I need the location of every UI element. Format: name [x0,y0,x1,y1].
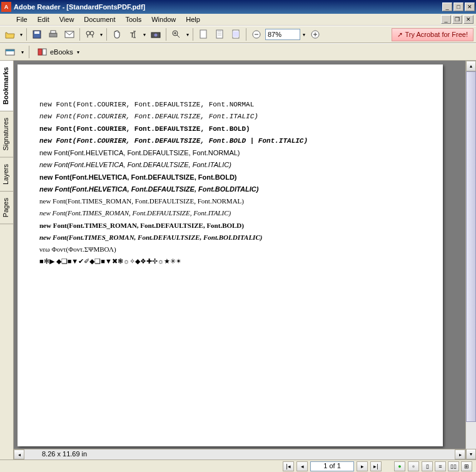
howto-dropdown[interactable]: ▾ [20,49,25,55]
ebooks-label: eBooks [50,48,73,56]
document-line: ■✻▶ ◆❏■▼✔✐◆❏■▼✖❃☼✧◆❖✚✢☼★✳✴ [39,255,421,267]
document-line: new Font(Font.TIMES_ROMAN, Font.DEFAULTS… [39,220,421,232]
main-toolbar: ▾ ▾ T ▾ ▾ 87% ▾ ➚ Try Acrobat for Free! [0,26,476,43]
document-line: new Font(Font.COURIER, Font.DEFAULTSIZE,… [39,111,421,123]
maximize-button[interactable]: □ [453,3,463,11]
mdi-close-button[interactable]: ✕ [463,15,473,24]
vertical-scrollbar[interactable]: ▴ ▾ [465,61,476,459]
next-page-button[interactable]: ▸ [357,461,368,471]
acrobat-icon: ➚ [397,31,403,39]
titlebar[interactable]: A Adobe Reader - [StandardFontsPDF.pdf] … [0,0,476,14]
scroll-left-button[interactable]: ◂ [14,449,24,459]
document-line: new Font(Font.TIMES_ROMAN, Font.DEFAULTS… [39,207,421,219]
document-line: νεω Φοντ(Φοντ.ΣΨΜΒΟΛ) [39,244,421,255]
menu-view[interactable]: View [54,14,79,24]
app-icon: A [1,2,11,12]
svg-rect-3 [51,31,56,33]
tab-signatures[interactable]: Signatures [0,111,13,158]
svg-point-5 [86,31,90,35]
zoom-input-dropdown[interactable]: ▾ [301,32,306,38]
first-page-button[interactable]: |◂ [283,461,294,471]
document-line: new Font(Font.COURIER, Font.DEFAULTSIZE,… [39,99,421,111]
tab-layers[interactable]: Layers [0,158,13,192]
zoom-in-button[interactable] [169,28,184,41]
print-button[interactable] [46,28,61,41]
search-dropdown[interactable]: ▾ [99,32,104,38]
zoom-out-icon[interactable] [249,28,264,41]
zoom-in-icon[interactable] [308,28,323,41]
facing-view-button[interactable]: ▯▯ [448,461,459,471]
last-page-button[interactable]: ▸| [370,461,382,471]
mdi-minimize-button[interactable]: _ [441,15,451,24]
scroll-up-button[interactable]: ▴ [466,61,476,71]
select-dropdown[interactable]: ▾ [142,32,147,38]
scroll-right-button[interactable]: ▸ [455,449,465,459]
menu-window[interactable]: Window [146,14,181,24]
close-button[interactable]: ✕ [465,3,475,11]
single-page-view-button[interactable]: ▯ [422,461,433,471]
zoom-input[interactable]: 87% [265,29,300,40]
continuous-facing-view-button[interactable]: ⊞ [461,461,472,471]
save-button[interactable] [29,28,44,41]
prev-page-button[interactable]: ◂ [296,461,308,471]
document-line: new Font(Font.COURIER, Font.DEFAULTSIZE,… [39,135,421,147]
actual-size-button[interactable] [196,28,211,41]
menu-file[interactable]: File [11,14,33,24]
fit-width-button[interactable] [228,28,243,41]
ebooks-button[interactable]: eBooks ▾ [33,46,85,58]
ebooks-dropdown[interactable]: ▾ [76,49,81,55]
text-select-button[interactable]: T [126,28,141,41]
ebooks-icon [38,48,48,56]
open-button[interactable] [3,28,18,41]
hand-tool-button[interactable] [109,28,124,41]
window-title: Adobe Reader - [StandardFontsPDF.pdf] [14,3,442,11]
document-line: new Font(Font.HELVETICA, Font.DEFAULTSIZ… [39,183,421,195]
email-button[interactable] [62,28,77,41]
acrobat-label: Try Acrobat for Free! [405,31,468,38]
menu-document[interactable]: Document [79,14,120,24]
menu-help[interactable]: Help [181,14,205,24]
continuous-view-button[interactable]: ≡ [435,461,446,471]
svg-rect-19 [38,49,42,55]
document-page[interactable]: new Font(Font.COURIER, Font.DEFAULTSIZE,… [18,64,443,446]
menu-edit[interactable]: Edit [33,14,54,24]
back-button[interactable]: ● [394,461,405,471]
svg-rect-11 [200,30,206,38]
document-line: new Font(Font.HELVETICA, Font.DEFAULTSIZ… [39,159,421,171]
minimize-button[interactable]: _ [442,3,452,11]
forward-button[interactable]: ● [408,461,419,471]
fit-page-button[interactable] [212,28,227,41]
svg-rect-1 [34,31,39,34]
document-area: new Font(Font.COURIER, Font.DEFAULTSIZE,… [14,61,476,459]
svg-rect-18 [6,49,14,51]
page-dimensions: 8.26 x 11.69 in [39,449,89,458]
open-dropdown[interactable]: ▾ [19,32,24,38]
menu-tools[interactable]: Tools [121,14,147,24]
page-number-input[interactable]: 1 of 1 [310,461,354,471]
svg-rect-14 [233,31,239,37]
mdi-restore-button[interactable]: ❐ [452,15,462,24]
horizontal-scrollbar[interactable]: 8.26 x 11.69 in [24,449,455,459]
document-line: new Font(Font.HELVETICA, Font.DEFAULTSIZ… [39,147,421,159]
svg-rect-2 [49,33,57,37]
svg-point-6 [90,31,94,35]
tab-bookmarks[interactable]: Bookmarks [0,61,13,111]
howto-button[interactable] [3,45,18,59]
scroll-thumb[interactable] [466,71,476,422]
document-line: new Font(Font.HELVETICA, Font.DEFAULTSIZ… [39,172,421,183]
document-line: new Font(Font.TIMES_ROMAN, Font.DEFAULTS… [39,232,421,244]
side-tabs: Bookmarks Signatures Layers Pages [0,61,14,459]
snapshot-button[interactable] [148,28,163,41]
secondary-toolbar: ▾ eBooks ▾ [0,43,476,61]
tab-pages[interactable]: Pages [0,192,13,224]
svg-rect-20 [43,49,46,55]
page-number: 1 of 1 [323,462,341,469]
document-line: new Font(Font.COURIER, Font.DEFAULTSIZE,… [39,123,421,135]
document-line: new Font(Font.TIMES_ROMAN, Font.DEFAULTS… [39,195,421,207]
statusbar: |◂ ◂ 1 of 1 ▸ ▸| ● ● ▯ ≡ ▯▯ ⊞ [0,459,476,472]
menubar: File Edit View Document Tools Window Hel… [0,14,476,26]
scroll-down-button[interactable]: ▾ [466,449,476,459]
try-acrobat-button[interactable]: ➚ Try Acrobat for Free! [392,28,473,41]
zoom-dropdown[interactable]: ▾ [185,32,190,38]
search-button[interactable] [83,28,98,41]
